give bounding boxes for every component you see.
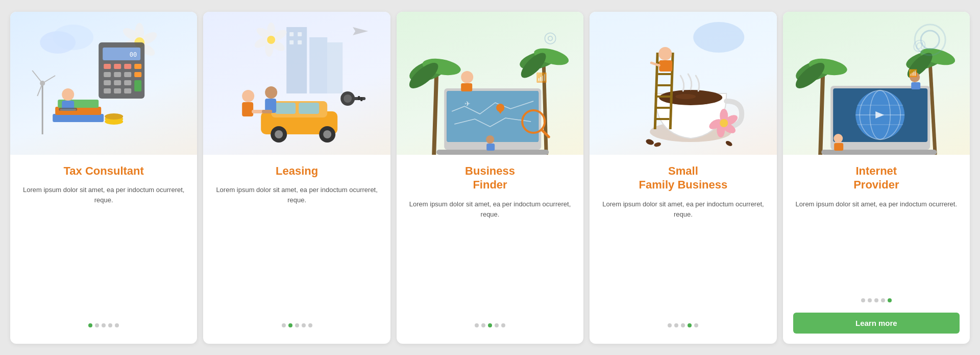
card-3-title: BusinessFinder [407,164,573,192]
svg-rect-69 [361,97,363,101]
svg-rect-37 [60,109,76,111]
dot [115,323,119,327]
svg-rect-20 [134,72,141,77]
dot [108,323,112,327]
svg-rect-43 [287,27,307,93]
card-2-dots [213,323,380,327]
card-2-body: Lorem ipsum dolor sit amet, ea per indoc… [213,185,380,315]
dot [282,323,286,327]
card-3-content: BusinessFinder Lorem ipsum dolor sit ame… [397,155,583,344]
svg-rect-45 [328,42,343,93]
card-small-family-business: SmallFamily Business Lorem ipsum dolor s… [590,12,776,344]
svg-line-41 [42,76,55,83]
svg-text:📶: 📶 [536,72,548,83]
svg-rect-70 [358,96,360,100]
card-4-content: SmallFamily Business Lorem ipsum dolor s… [590,155,776,344]
svg-rect-21 [104,80,111,85]
dot-active [288,323,292,327]
svg-rect-46 [290,32,294,36]
card-leasing: Leasing Lorem ipsum dolor sit amet, ea p… [203,12,390,344]
dot [874,298,878,302]
card-5-dots [793,298,960,302]
svg-rect-25 [104,88,111,93]
svg-rect-151 [834,143,843,151]
svg-text:@: @ [912,37,926,53]
dot [881,298,885,302]
leasing-illustration [203,12,390,155]
card-tax-consultant: 00 [10,12,197,344]
card-3-body: Lorem ipsum dolor sit amet, ea per indoc… [407,199,573,315]
dot [481,323,485,327]
svg-point-67 [344,94,352,103]
dot-active [488,323,492,327]
card-2-content: Leasing Lorem ipsum dolor sit amet, ea p… [203,155,390,344]
svg-rect-89 [447,91,538,142]
svg-point-114 [720,119,728,127]
svg-rect-23 [124,80,131,85]
svg-line-126 [820,73,823,155]
dot [861,298,865,302]
svg-rect-124 [659,60,672,72]
svg-line-130 [930,63,935,155]
svg-rect-76 [262,110,273,113]
svg-point-107 [725,140,733,147]
svg-rect-15 [124,64,131,69]
svg-rect-19 [124,72,131,77]
card-5-content: InternetProvider Lorem ipsum dolor sit a… [783,155,970,344]
svg-point-71 [242,90,255,102]
svg-rect-61 [299,103,320,114]
svg-rect-16 [134,64,141,69]
dot [681,323,685,327]
card-internet-provider: @ 📶 [783,12,970,344]
svg-rect-24 [134,80,141,91]
svg-line-40 [32,70,42,83]
svg-rect-22 [114,80,121,85]
card-1-body: Lorem ipsum dolor sit amet, ea per indoc… [20,185,187,315]
card-4-dots [600,323,766,327]
dot [102,323,106,327]
dot [868,298,872,302]
svg-point-63 [275,130,283,138]
svg-rect-18 [114,72,121,77]
card-business-finder: ◎ ✈ [397,12,583,344]
internet-provider-illustration: @ 📶 [783,12,970,155]
dot-active [888,298,892,302]
learn-more-button[interactable]: Learn more [793,313,960,334]
svg-point-150 [834,134,843,143]
svg-point-65 [324,130,332,138]
svg-rect-44 [310,37,328,93]
dot [668,323,672,327]
svg-line-78 [434,73,436,155]
dot [95,323,99,327]
business-finder-illustration: ◎ ✈ [397,12,583,155]
card-3-dots [407,323,573,327]
svg-rect-99 [486,144,495,151]
dot [308,323,312,327]
svg-rect-27 [124,88,131,93]
tax-consultant-illustration: 00 [10,12,197,155]
svg-text:✈: ✈ [464,100,471,108]
dot [495,323,499,327]
svg-rect-47 [298,32,302,36]
svg-point-96 [461,71,473,83]
dot-active [88,323,92,327]
dot [694,323,698,327]
svg-rect-48 [290,40,294,44]
card-5-body: Lorem ipsum dolor sit amet, ea per indoc… [793,199,960,290]
svg-rect-49 [298,40,302,44]
svg-rect-72 [242,102,254,116]
svg-rect-97 [461,83,472,91]
svg-rect-148 [911,82,920,89]
svg-point-105 [645,138,654,146]
svg-text:◎: ◎ [544,29,557,45]
svg-text:📶: 📶 [909,69,918,78]
svg-point-104 [675,94,696,99]
card-2-title: Leasing [213,164,380,178]
svg-rect-26 [114,88,121,93]
svg-rect-60 [276,103,296,114]
svg-rect-14 [114,64,121,69]
svg-text:00: 00 [130,51,137,58]
svg-rect-17 [104,72,111,77]
card-1-dots [20,323,187,327]
card-1-title: Tax Consultant [20,164,187,178]
